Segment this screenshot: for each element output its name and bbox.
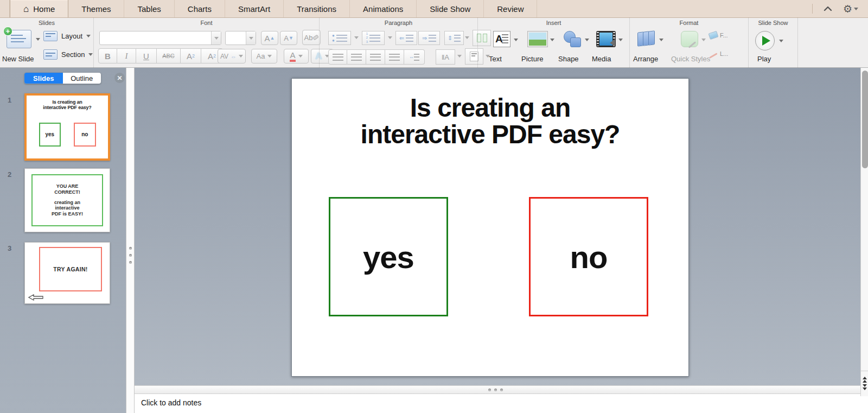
align-left-button[interactable] [328, 49, 347, 65]
tab-smartart[interactable]: SmartArt [225, 0, 284, 17]
shape-fill-button[interactable]: F... [709, 32, 728, 39]
numbering-button[interactable]: 123 [362, 31, 385, 45]
group-label-paragraph: Paragraph [320, 20, 477, 26]
tab-charts[interactable]: Charts [175, 0, 225, 17]
bullets-button[interactable]: ●● [328, 31, 351, 45]
slide-thumbnail-3[interactable]: TRY AGAIN! [24, 242, 110, 304]
yes-answer-box[interactable]: yes [329, 197, 448, 316]
insert-media-dropdown[interactable] [618, 39, 623, 41]
justify-button[interactable] [385, 49, 404, 65]
layout-dropdown-icon [86, 35, 91, 37]
notes-resize-divider[interactable] [135, 385, 860, 394]
bold-button[interactable]: B [98, 48, 117, 63]
tab-animations[interactable]: Animations [350, 0, 417, 17]
insert-text-button[interactable]: A [493, 31, 510, 47]
new-slide-button[interactable]: + [7, 30, 31, 48]
home-icon: ⌂ [23, 4, 29, 14]
close-pane-button[interactable]: ✕ [114, 73, 125, 83]
strikethrough-button[interactable]: ABC [157, 48, 181, 63]
arrange-button[interactable] [637, 31, 656, 47]
play-dropdown[interactable] [779, 40, 783, 42]
picture-icon [528, 31, 547, 47]
change-case-button[interactable]: Aa [251, 49, 277, 63]
numbering-dropdown-icon[interactable] [388, 36, 392, 39]
font-size-combo[interactable] [225, 31, 256, 45]
powerpoint-window: ⌂ Home Themes Tables Charts SmartArt Tra… [0, 0, 868, 413]
spacing-arrows-icon: ⇔ [231, 53, 237, 60]
quick-styles-icon [681, 31, 698, 47]
notes-placeholder[interactable]: Click to add notes [135, 394, 868, 407]
slide-thumbnail-2[interactable]: YOU ARE CORRECT! creating an interactive… [24, 168, 110, 232]
insert-picture-dropdown[interactable] [550, 39, 554, 41]
play-slideshow-button[interactable] [755, 31, 775, 50]
slide-canvas[interactable]: Is creating an interactive PDF easy? yes… [291, 78, 689, 377]
slide-thumbnail-1[interactable]: Is creating an interactive PDF easy? yes… [24, 93, 110, 161]
back-arrow-icon [28, 294, 43, 301]
next-slide-button[interactable] [863, 384, 867, 390]
ribbon-empty-area [797, 18, 868, 67]
arrange-icon [637, 31, 656, 47]
no-answer-box[interactable]: no [529, 197, 648, 316]
increase-font-size-button[interactable]: A▲ [261, 31, 278, 45]
thumb-correct-box: YOU ARE CORRECT! creating an interactive… [31, 174, 103, 226]
insert-shape-dropdown[interactable] [585, 39, 589, 41]
group-label-font: Font [94, 20, 319, 26]
section-button[interactable]: Section [43, 49, 93, 60]
align-right-button[interactable] [366, 49, 385, 65]
spacing-dropdown-icon [239, 55, 243, 58]
ribbon-group-slideshow: Slide Show Play [748, 18, 797, 67]
line-spacing-button[interactable]: ⇕ [444, 31, 464, 45]
increase-indent-button[interactable]: ⇒ [418, 31, 440, 45]
underline-button[interactable]: U [136, 48, 157, 63]
superscript-button[interactable]: A2 [181, 48, 201, 63]
decrease-indent-button[interactable]: ⇐ [395, 31, 417, 45]
text-box-icon: A [493, 31, 510, 47]
pane-resize-divider[interactable] [126, 68, 135, 413]
font-color-button[interactable]: A [284, 49, 309, 63]
italic-button[interactable]: I [117, 48, 136, 63]
text-direction-button[interactable]: ‖A [436, 49, 455, 65]
font-name-combo[interactable] [99, 31, 221, 45]
tab-review[interactable]: Review [484, 0, 537, 17]
slide-title[interactable]: Is creating an interactive PDF easy? [292, 95, 688, 148]
tab-slide-show[interactable]: Slide Show [417, 0, 484, 17]
clear-formatting-button[interactable]: Ab [302, 30, 321, 45]
pane-tab-slides[interactable]: Slides [24, 73, 63, 84]
tab-tables[interactable]: Tables [124, 0, 174, 17]
distribute-text-button[interactable]: ⇔ [404, 49, 425, 65]
tab-home[interactable]: ⌂ Home [10, 0, 68, 17]
shape-icon [563, 31, 582, 47]
align-center-button[interactable] [347, 49, 366, 65]
insert-picture-button[interactable] [528, 31, 547, 47]
ribbon-group-paragraph: Paragraph ●● 123 ⇐ ⇒ ⇕ [319, 18, 477, 67]
shape-line-button[interactable]: L... [709, 50, 728, 57]
pane-tab-outline[interactable]: Outline [63, 73, 101, 84]
notes-pane[interactable]: Click to add notes [135, 394, 868, 413]
quick-styles-button[interactable] [681, 31, 698, 47]
character-spacing-button[interactable]: AV ⇔ [218, 49, 246, 63]
insert-media-button[interactable] [596, 31, 616, 47]
tabbar-left-pad [0, 0, 10, 17]
scrollbar-thumb[interactable] [862, 71, 868, 168]
line-spacing-dropdown-icon[interactable] [465, 36, 469, 39]
quick-styles-dropdown[interactable] [701, 39, 706, 41]
new-slide-dropdown[interactable] [36, 38, 40, 41]
text-direction-dropdown-icon[interactable] [457, 55, 462, 58]
arrange-dropdown[interactable] [659, 39, 663, 41]
justify-icon [389, 54, 400, 61]
vertical-scrollbar[interactable] [860, 68, 868, 396]
layout-button[interactable]: Layout [43, 31, 91, 41]
insert-shape-button[interactable] [563, 31, 582, 47]
layout-icon [43, 31, 58, 41]
settings-menu-button[interactable]: ⚙ [843, 4, 858, 14]
tab-themes[interactable]: Themes [68, 0, 124, 17]
bullets-dropdown-icon[interactable] [354, 36, 359, 39]
slide-number-3: 3 [8, 244, 11, 252]
insert-text-dropdown[interactable] [514, 39, 518, 41]
previous-slide-button[interactable] [863, 377, 867, 383]
play-label: Play [757, 55, 771, 63]
collapse-ribbon-button[interactable] [824, 6, 832, 11]
decrease-font-size-button[interactable]: A▼ [280, 31, 297, 45]
tab-transitions[interactable]: Transitions [284, 0, 350, 17]
slide-editing-area[interactable]: Is creating an interactive PDF easy? yes… [135, 68, 860, 385]
